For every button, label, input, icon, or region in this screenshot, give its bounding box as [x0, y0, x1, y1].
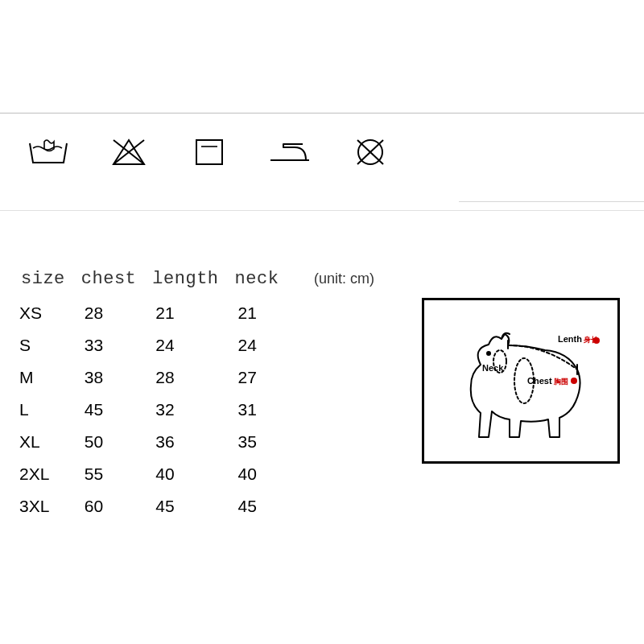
- diagram-label-chest-cn: 胸围: [554, 378, 568, 386]
- cell-neck: 45: [230, 490, 291, 522]
- cell-size: XL: [16, 426, 76, 458]
- cell-chest: 50: [76, 426, 148, 458]
- table-row: XS 28 21 21: [16, 297, 290, 329]
- svg-rect-2: [196, 140, 222, 164]
- col-chest: chest: [76, 266, 148, 297]
- col-size: size: [16, 266, 76, 297]
- cell-chest: 33: [76, 329, 148, 361]
- diagram-label-chest-text: Chest: [527, 376, 552, 386]
- cell-length: 36: [147, 426, 229, 458]
- unit-label: (unit: cm): [314, 270, 374, 287]
- no-bleach-icon: [89, 135, 169, 169]
- cell-length: 40: [147, 458, 229, 490]
- table-row: XL 50 36 35: [16, 426, 290, 458]
- cell-neck: 31: [230, 394, 291, 426]
- iron-icon: [250, 136, 330, 168]
- col-neck: neck: [230, 266, 291, 297]
- cell-neck: 40: [230, 458, 291, 490]
- diagram-label-neck: Neck: [482, 363, 505, 373]
- table-row: S 33 24 24: [16, 329, 290, 361]
- diagram-label-neck-text: Neck: [482, 363, 503, 373]
- cell-chest: 55: [76, 458, 148, 490]
- cell-chest: 38: [76, 361, 148, 394]
- cell-length: 28: [147, 361, 229, 394]
- cell-neck: 35: [230, 426, 291, 458]
- svg-point-14: [571, 378, 577, 384]
- col-length: length: [147, 266, 229, 297]
- table-row: L 45 32 31: [16, 394, 290, 426]
- hand-wash-icon: [8, 135, 89, 169]
- cell-neck: 21: [230, 297, 291, 329]
- cell-size: S: [16, 329, 76, 361]
- size-chart-page: size chest length neck XS 28 21 21 S 33 …: [0, 0, 644, 644]
- table-row: M 38 28 27: [16, 361, 290, 394]
- diagram-label-length-text: Lenth: [558, 334, 582, 344]
- cell-size: XS: [16, 297, 76, 329]
- cell-length: 24: [147, 329, 229, 361]
- cell-size: 2XL: [16, 458, 76, 490]
- cell-neck: 24: [230, 329, 291, 361]
- cell-length: 21: [147, 297, 229, 329]
- care-icon-row: [8, 135, 411, 169]
- dog-measurement-diagram: Lenth身长 Neck Chest胸围: [422, 298, 620, 464]
- cell-length: 32: [147, 394, 229, 426]
- diagram-label-chest: Chest胸围: [527, 376, 568, 387]
- svg-point-8: [487, 352, 490, 355]
- cell-chest: 60: [76, 490, 148, 522]
- cell-neck: 27: [230, 361, 291, 394]
- decorative-line: [459, 201, 644, 207]
- cell-size: M: [16, 361, 76, 394]
- diagram-label-length-cn: 身长: [584, 336, 598, 344]
- table-row: 2XL 55 40 40: [16, 458, 290, 490]
- cell-size: L: [16, 394, 76, 426]
- table-row: 3XL 60 45 45: [16, 490, 290, 522]
- no-dryclean-icon: [330, 135, 411, 169]
- cell-size: 3XL: [16, 490, 76, 522]
- tumble-dry-icon: [169, 135, 250, 169]
- diagram-label-length: Lenth身长: [558, 334, 598, 345]
- cell-chest: 45: [76, 394, 148, 426]
- cell-chest: 28: [76, 297, 148, 329]
- size-chart-table: size chest length neck XS 28 21 21 S 33 …: [16, 266, 290, 522]
- cell-length: 45: [147, 490, 229, 522]
